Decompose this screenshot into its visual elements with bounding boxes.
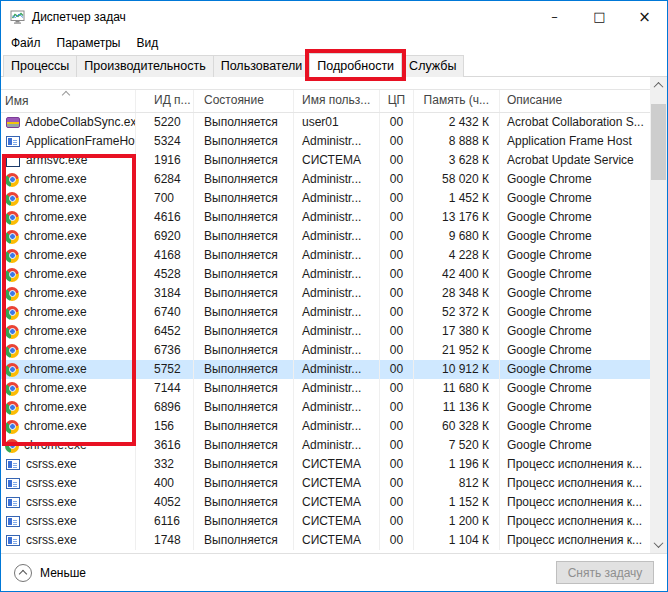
process-memory-cell: 17 380 К <box>414 322 500 341</box>
scroll-up-icon[interactable] <box>650 77 667 94</box>
process-user-cell: Administr... <box>294 379 380 398</box>
process-memory-cell: 11 136 К <box>414 398 500 417</box>
tab-1[interactable]: Производительность <box>76 55 213 77</box>
process-status-cell: Выполняется <box>194 303 294 322</box>
process-row[interactable]: chrome.exe 6452 Выполняется Administr...… <box>1 322 650 341</box>
window-controls: – □ × <box>532 1 667 32</box>
process-row[interactable]: chrome.exe 6740 Выполняется Administr...… <box>1 303 650 322</box>
process-name: chrome.exe <box>24 379 87 398</box>
table-header: ИмяИД п...СостояниеИмя польз...ЦППамять … <box>1 89 650 113</box>
process-row[interactable]: chrome.exe 3184 Выполняется Administr...… <box>1 284 650 303</box>
tab-2[interactable]: Пользователи <box>213 55 311 77</box>
menu-item-0[interactable]: Файл <box>3 34 49 52</box>
scroll-down-icon[interactable] <box>650 536 667 553</box>
chrome-icon <box>5 287 19 301</box>
chrome-icon <box>5 173 19 187</box>
process-status-cell: Выполняется <box>194 341 294 360</box>
process-name-cell: chrome.exe <box>1 227 136 246</box>
process-row[interactable]: csrss.exe 6116 Выполняется СИСТЕМА 00 1 … <box>1 512 650 531</box>
process-status-cell: Выполняется <box>194 208 294 227</box>
process-user-cell: Administr... <box>294 436 380 455</box>
process-memory-cell: 58 020 К <box>414 170 500 189</box>
tab-4[interactable]: Службы <box>401 55 464 77</box>
process-row[interactable]: chrome.exe 5752 Выполняется Administr...… <box>1 360 650 379</box>
column-header-pid[interactable]: ИД п... <box>136 90 194 112</box>
process-description-cell: Google Chrome <box>500 303 650 322</box>
vertical-scrollbar[interactable] <box>650 77 667 553</box>
process-cpu-cell: 00 <box>380 284 414 303</box>
process-name-cell: csrss.exe <box>1 531 136 550</box>
process-row[interactable]: csrss.exe 4052 Выполняется СИСТЕМА 00 1 … <box>1 493 650 512</box>
process-user-cell: Administr... <box>294 189 380 208</box>
process-memory-cell: 52 372 К <box>414 303 500 322</box>
process-cpu-cell: 00 <box>380 322 414 341</box>
process-pid-cell: 1916 <box>136 151 194 170</box>
end-task-button[interactable]: Снять задачу <box>556 561 654 584</box>
process-row[interactable]: chrome.exe 6736 Выполняется Administr...… <box>1 341 650 360</box>
process-pid-cell: 6896 <box>136 398 194 417</box>
process-row[interactable]: chrome.exe 4168 Выполняется Administr...… <box>1 246 650 265</box>
menu-item-1[interactable]: Параметры <box>49 34 129 52</box>
process-name: chrome.exe <box>24 246 87 265</box>
process-row[interactable]: csrss.exe 1748 Выполняется СИСТЕМА 00 1 … <box>1 531 650 550</box>
process-name: chrome.exe <box>24 417 87 436</box>
process-cpu-cell: 00 <box>380 360 414 379</box>
process-pid-cell: 156 <box>136 417 194 436</box>
process-row[interactable]: chrome.exe 6920 Выполняется Administr...… <box>1 227 650 246</box>
process-row[interactable]: armsvc.exe 1916 Выполняется СИСТЕМА 00 3… <box>1 151 650 170</box>
process-memory-cell: 9 680 К <box>414 227 500 246</box>
title-bar[interactable]: Диспетчер задач – □ × <box>1 1 667 32</box>
process-row[interactable]: csrss.exe 400 Выполняется СИСТЕМА 00 812… <box>1 474 650 493</box>
process-status-cell: Выполняется <box>194 436 294 455</box>
process-row[interactable]: csrss.exe 332 Выполняется СИСТЕМА 00 1 1… <box>1 455 650 474</box>
process-cpu-cell: 00 <box>380 303 414 322</box>
process-cpu-cell: 00 <box>380 493 414 512</box>
process-name: armsvc.exe <box>26 151 87 170</box>
process-table: ИмяИД п...СостояниеИмя польз...ЦППамять … <box>1 89 650 553</box>
appframe-icon <box>6 136 20 147</box>
process-memory-cell: 8 888 К <box>414 132 500 151</box>
tab-3[interactable]: Подробности <box>309 53 402 77</box>
process-pid-cell: 5324 <box>136 132 194 151</box>
process-row[interactable]: chrome.exe 3616 Выполняется Administr...… <box>1 436 650 455</box>
menu-item-2[interactable]: Вид <box>128 34 166 52</box>
maximize-button[interactable]: □ <box>577 1 622 32</box>
process-row[interactable]: chrome.exe 700 Выполняется Administr... … <box>1 189 650 208</box>
process-status-cell: Выполняется <box>194 322 294 341</box>
process-row[interactable]: chrome.exe 4616 Выполняется Administr...… <box>1 208 650 227</box>
process-row[interactable]: chrome.exe 156 Выполняется Administr... … <box>1 417 650 436</box>
process-cpu-cell: 00 <box>380 208 414 227</box>
column-header-description[interactable]: Описание <box>500 90 650 112</box>
process-row[interactable]: chrome.exe 6284 Выполняется Administr...… <box>1 170 650 189</box>
process-cpu-cell: 00 <box>380 531 414 550</box>
process-name: chrome.exe <box>24 322 87 341</box>
minimize-button[interactable]: – <box>532 1 577 32</box>
process-description-cell: Google Chrome <box>500 398 650 417</box>
process-status-cell: Выполняется <box>194 265 294 284</box>
fewer-details-toggle[interactable]: Меньше <box>14 564 86 582</box>
column-header-user[interactable]: Имя польз... <box>294 90 380 112</box>
task-manager-icon <box>10 10 25 24</box>
tab-0[interactable]: Процессы <box>3 55 77 77</box>
csrss-icon <box>6 535 20 546</box>
process-description-cell: Google Chrome <box>500 227 650 246</box>
process-name: AdobeCollabSync.exe <box>25 113 136 132</box>
process-memory-cell: 4 228 К <box>414 246 500 265</box>
process-row[interactable]: chrome.exe 4528 Выполняется Administr...… <box>1 265 650 284</box>
process-name-cell: chrome.exe <box>1 436 136 455</box>
process-row[interactable]: chrome.exe 7144 Выполняется Administr...… <box>1 379 650 398</box>
column-header-status[interactable]: Состояние <box>194 90 294 112</box>
process-row[interactable]: ApplicationFrameHo... 5324 Выполняется A… <box>1 132 650 151</box>
process-status-cell: Выполняется <box>194 360 294 379</box>
column-header-memory[interactable]: Память (ч... <box>414 90 500 112</box>
close-button[interactable]: × <box>622 1 667 32</box>
column-header-cpu[interactable]: ЦП <box>380 90 414 112</box>
scrollbar-thumb[interactable] <box>651 104 666 180</box>
process-pid-cell: 6920 <box>136 227 194 246</box>
process-pid-cell: 4052 <box>136 493 194 512</box>
process-row[interactable]: chrome.exe 6896 Выполняется Administr...… <box>1 398 650 417</box>
process-description-cell: Процесс исполнения к... <box>500 512 650 531</box>
process-row[interactable]: AdobeCollabSync.exe 5220 Выполняется use… <box>1 113 650 132</box>
process-user-cell: СИСТЕМА <box>294 531 380 550</box>
process-pid-cell: 3616 <box>136 436 194 455</box>
